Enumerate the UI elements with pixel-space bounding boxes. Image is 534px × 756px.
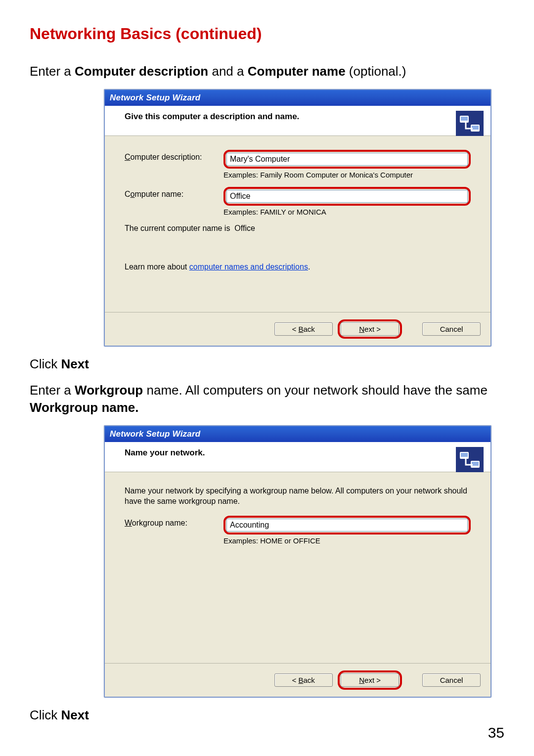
current-computer-name: The current computer name is Office xyxy=(125,224,471,233)
wizard-titlebar[interactable]: Network Setup Wizard xyxy=(105,90,490,106)
workgroup-name-example: Examples: HOME or OFFICE xyxy=(223,536,471,545)
instruction-1: Enter a Computer description and a Compu… xyxy=(30,63,504,80)
wizard-titlebar[interactable]: Network Setup Wizard xyxy=(105,426,490,442)
wizard-description: Name your network by specifying a workgr… xyxy=(125,486,471,507)
next-button[interactable]: Next > xyxy=(341,673,399,687)
wizard-buttons: < Back Next > Cancel xyxy=(105,663,490,697)
svg-rect-2 xyxy=(461,117,468,121)
document-page: Networking Basics (continued) Enter a Co… xyxy=(0,0,534,756)
wizard-header: Name your network. xyxy=(105,442,490,472)
instruction-2: Enter a Workgroup name. All computers on… xyxy=(30,382,504,416)
computer-description-example: Examples: Family Room Computer or Monica… xyxy=(223,171,471,179)
workgroup-name-input[interactable] xyxy=(226,519,468,532)
cancel-button[interactable]: Cancel xyxy=(422,673,481,687)
svg-rect-4 xyxy=(472,126,479,130)
computer-description-label: Computer description: xyxy=(125,150,223,162)
learn-more-line: Learn more about computer names and desc… xyxy=(125,263,471,271)
wizard-header: Give this computer a description and nam… xyxy=(105,106,490,136)
click-next-2: Click Next xyxy=(30,707,504,724)
svg-rect-0 xyxy=(456,111,484,138)
network-icon xyxy=(456,111,484,138)
wizard-header-title: Give this computer a description and nam… xyxy=(125,112,483,122)
computer-description-input[interactable] xyxy=(226,153,468,166)
back-button[interactable]: < Back xyxy=(274,673,333,687)
computer-name-label: Computer name: xyxy=(125,187,223,199)
next-button[interactable]: Next > xyxy=(341,322,399,336)
cancel-button[interactable]: Cancel xyxy=(422,322,481,336)
wizard-content: Name your network by specifying a workgr… xyxy=(105,472,490,663)
wizard-content: Computer description: Examples: Family R… xyxy=(105,136,490,312)
network-setup-wizard-2: Network Setup Wizard Name your network. … xyxy=(104,425,491,698)
click-next-1: Click Next xyxy=(30,356,504,373)
network-setup-wizard-1: Network Setup Wizard Give this computer … xyxy=(104,89,491,347)
workgroup-name-label: Workgroup name: xyxy=(125,516,223,528)
highlight-computer-description xyxy=(223,150,471,169)
back-button[interactable]: < Back xyxy=(274,322,333,336)
computer-description-row: Computer description: xyxy=(125,150,471,169)
svg-rect-9 xyxy=(472,462,479,466)
network-icon xyxy=(456,447,484,475)
svg-rect-5 xyxy=(456,447,484,475)
highlight-computer-name xyxy=(223,187,471,206)
learn-more-link[interactable]: computer names and descriptions xyxy=(189,263,308,271)
computer-name-example: Examples: FAMILY or MONICA xyxy=(223,208,471,216)
wizard-header-title: Name your network. xyxy=(125,448,483,458)
computer-name-row: Computer name: xyxy=(125,187,471,206)
highlight-workgroup-name xyxy=(223,516,471,534)
page-number: 35 xyxy=(488,724,504,741)
computer-name-input[interactable] xyxy=(226,190,468,203)
section-heading: Networking Basics (continued) xyxy=(30,25,504,43)
svg-rect-7 xyxy=(461,453,468,457)
wizard-buttons: < Back Next > Cancel xyxy=(105,312,490,346)
workgroup-name-row: Workgroup name: xyxy=(125,516,471,534)
highlight-next-button: Next > xyxy=(338,670,402,690)
highlight-next-button: Next > xyxy=(338,319,402,339)
